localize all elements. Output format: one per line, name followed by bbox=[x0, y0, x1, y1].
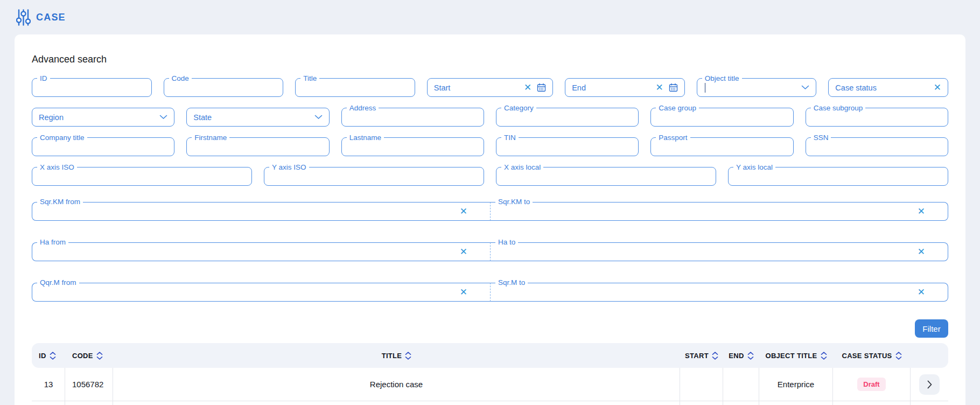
clear-icon[interactable]: ✕ bbox=[460, 288, 467, 297]
column-header-id[interactable]: ID bbox=[32, 352, 65, 360]
page-title: Advanced search bbox=[32, 54, 948, 65]
id-field-label: ID bbox=[37, 74, 50, 83]
object-title-field-label: Object title bbox=[702, 74, 742, 83]
cell-code: 1056782 bbox=[65, 368, 113, 401]
address-field-label: Address bbox=[347, 103, 379, 113]
app-name: CASE bbox=[36, 12, 66, 23]
column-header-code[interactable]: CODE bbox=[65, 352, 113, 360]
sort-icon[interactable] bbox=[747, 352, 754, 360]
qqr-m-from-label: Qqr.M from bbox=[37, 278, 79, 287]
state-select[interactable]: State bbox=[186, 108, 329, 127]
results-table: ID CODE TITLE START bbox=[32, 343, 948, 405]
ha-to-field[interactable]: Ha to ✕ bbox=[490, 242, 948, 261]
calendar-icon[interactable] bbox=[537, 83, 546, 92]
region-placeholder: Region bbox=[39, 113, 159, 122]
x-axis-iso-field-label: X axis ISO bbox=[37, 163, 77, 172]
filter-row-4: X axis ISO Y axis ISO X axis local Y axi… bbox=[32, 167, 948, 186]
y-axis-local-field[interactable]: Y axis local bbox=[728, 167, 948, 186]
object-title-field[interactable]: Object title bbox=[697, 78, 817, 97]
case-subgroup-field[interactable]: Case subgroup bbox=[806, 108, 948, 127]
firstname-field[interactable]: Firstname bbox=[186, 137, 329, 156]
code-field[interactable]: Code bbox=[164, 78, 284, 97]
chevron-down-icon[interactable] bbox=[159, 115, 167, 120]
x-axis-local-field-label: X axis local bbox=[501, 163, 543, 172]
address-field[interactable]: Address bbox=[341, 108, 484, 127]
ha-to-label: Ha to bbox=[495, 238, 518, 246]
sort-icon[interactable] bbox=[50, 352, 56, 360]
start-date-field[interactable]: Start ✕ bbox=[427, 78, 553, 97]
sqr-km-to-field[interactable]: Sqr.KM to ✕ bbox=[490, 202, 948, 221]
case-group-field[interactable]: Case group bbox=[650, 108, 793, 127]
calendar-icon[interactable] bbox=[669, 83, 678, 92]
column-header-case-status[interactable]: CASE STATUS bbox=[833, 352, 911, 360]
clear-icon[interactable]: ✕ bbox=[524, 83, 531, 92]
sort-icon[interactable] bbox=[712, 352, 718, 360]
qqr-m-from-field[interactable]: Qqr.M from ✕ bbox=[32, 283, 490, 302]
chevron-down-icon[interactable] bbox=[801, 85, 809, 90]
sort-icon[interactable] bbox=[895, 352, 902, 360]
clear-icon[interactable]: ✕ bbox=[656, 83, 663, 92]
company-title-field-label: Company title bbox=[37, 133, 87, 142]
passport-field-label: Passport bbox=[656, 133, 690, 142]
sort-icon[interactable] bbox=[405, 352, 411, 360]
cell-start bbox=[680, 368, 723, 401]
sort-icon[interactable] bbox=[96, 352, 103, 360]
cell-actions bbox=[911, 368, 948, 401]
code-field-label: Code bbox=[169, 74, 192, 83]
start-date-placeholder: Start bbox=[434, 83, 524, 92]
tin-field[interactable]: TIN bbox=[496, 137, 639, 156]
clear-icon[interactable]: ✕ bbox=[918, 247, 925, 256]
clear-icon[interactable]: ✕ bbox=[918, 288, 925, 297]
row-open-button[interactable] bbox=[919, 374, 940, 395]
sort-icon[interactable] bbox=[821, 352, 827, 360]
case-group-field-label: Case group bbox=[656, 103, 699, 113]
case-status-field[interactable]: Case status ✕ bbox=[828, 78, 948, 97]
clear-icon[interactable]: ✕ bbox=[460, 207, 467, 216]
column-header-start[interactable]: START bbox=[680, 352, 723, 360]
ha-from-field[interactable]: Ha from ✕ bbox=[32, 242, 490, 261]
chevron-down-icon[interactable] bbox=[314, 115, 323, 120]
table-row[interactable]: 13 1056782 Rejection case Enterprice Dra… bbox=[32, 368, 948, 401]
end-date-field[interactable]: End ✕ bbox=[565, 78, 685, 97]
app-logo[interactable]: CASE bbox=[16, 9, 66, 26]
table-row[interactable] bbox=[32, 401, 948, 405]
cell-case-status: Draft bbox=[833, 368, 911, 401]
lastname-field[interactable]: Lastname bbox=[341, 137, 484, 156]
sliders-icon bbox=[16, 9, 31, 26]
clear-icon[interactable]: ✕ bbox=[934, 83, 941, 92]
ha-from-label: Ha from bbox=[37, 238, 68, 246]
y-axis-iso-field-label: Y axis ISO bbox=[269, 163, 309, 172]
column-header-title[interactable]: TITLE bbox=[113, 352, 680, 360]
sqr-m-to-label: Sqr.M to bbox=[495, 278, 528, 287]
x-axis-iso-field[interactable]: X axis ISO bbox=[32, 167, 252, 186]
y-axis-local-field-label: Y axis local bbox=[733, 163, 775, 172]
cell-title: Rejection case bbox=[113, 368, 680, 401]
region-select[interactable]: Region bbox=[32, 108, 174, 127]
filter-row-1: ID Code Title Start ✕ bbox=[32, 78, 948, 97]
ha-range-row: Ha from ✕ Ha to ✕ bbox=[32, 242, 948, 261]
ssn-field[interactable]: SSN bbox=[806, 137, 948, 156]
filter-button[interactable]: Filter bbox=[915, 319, 948, 338]
x-axis-local-field[interactable]: X axis local bbox=[496, 167, 716, 186]
company-title-field[interactable]: Company title bbox=[32, 137, 174, 156]
status-badge: Draft bbox=[857, 378, 885, 391]
clear-icon[interactable]: ✕ bbox=[918, 207, 925, 216]
category-field[interactable]: Category bbox=[496, 108, 639, 127]
title-field[interactable]: Title bbox=[295, 78, 415, 97]
sqr-km-from-field[interactable]: Sqr.KM from ✕ bbox=[32, 202, 490, 221]
cell-object-title: Enterprice bbox=[759, 368, 833, 401]
sqr-m-range-row: Qqr.M from ✕ Sqr.M to ✕ bbox=[32, 283, 948, 302]
title-field-label: Title bbox=[300, 74, 319, 83]
ssn-field-label: SSN bbox=[811, 133, 831, 142]
top-bar: CASE bbox=[0, 0, 980, 34]
lastname-field-label: Lastname bbox=[347, 133, 384, 142]
column-header-object-title[interactable]: OBJECT TITLE bbox=[759, 352, 833, 360]
id-field[interactable]: ID bbox=[32, 78, 152, 97]
sqr-m-to-field[interactable]: Sqr.M to ✕ bbox=[490, 283, 948, 302]
passport-field[interactable]: Passport bbox=[650, 137, 793, 156]
category-field-label: Category bbox=[501, 103, 536, 113]
clear-icon[interactable]: ✕ bbox=[460, 247, 467, 256]
y-axis-iso-field[interactable]: Y axis ISO bbox=[264, 167, 484, 186]
filter-row-2: Region State Address Category Case group bbox=[32, 108, 948, 127]
column-header-end[interactable]: END bbox=[723, 352, 759, 360]
